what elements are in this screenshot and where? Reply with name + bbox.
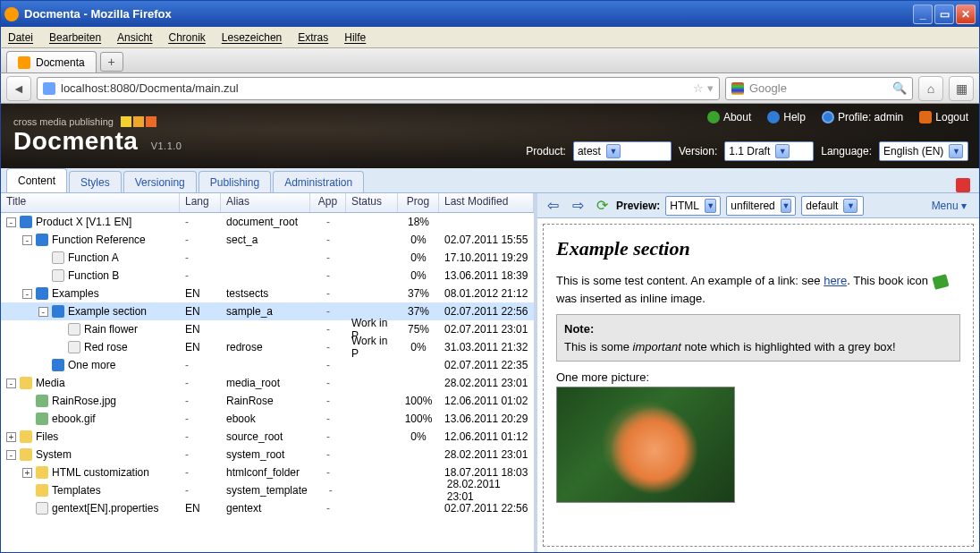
preview-format-select[interactable]: HTML▼ xyxy=(665,196,721,216)
tab-publishing[interactable]: Publishing xyxy=(199,171,271,192)
tree-row[interactable]: -Example sectionENsample_a-37%02.07.2011… xyxy=(1,302,534,320)
home-button[interactable]: ⌂ xyxy=(918,76,943,101)
menu-history[interactable]: Chronik xyxy=(168,31,205,44)
browser-tab[interactable]: Docmenta xyxy=(6,51,97,72)
url-favicon xyxy=(43,82,55,95)
tree-row[interactable]: ebook.gif-ebook-100%13.06.2011 20:29 xyxy=(1,410,534,428)
menu-bookmarks[interactable]: Lesezeichen xyxy=(222,31,282,44)
col-prog[interactable]: Prog xyxy=(398,193,439,212)
app-tabbar: Content Styles Versioning Publishing Adm… xyxy=(1,168,979,193)
tree-row[interactable]: Red roseENredrose-Work in P0%31.03.2011 … xyxy=(1,338,534,356)
tree-header: Title Lang Alias App Status Prog Last Mo… xyxy=(1,193,534,213)
tree-row[interactable]: RainRose.jpg-RainRose-100%12.06.2011 01:… xyxy=(1,392,534,410)
preview-paragraph: This is some test content. An example of… xyxy=(556,272,960,307)
language-select[interactable]: English (EN)▼ xyxy=(879,141,968,161)
note-box: Note: This is some important note which … xyxy=(556,314,960,362)
folder-icon xyxy=(20,377,32,389)
tree-row[interactable]: -Function Reference-sect_a-0%02.07.2011 … xyxy=(1,231,534,249)
language-label: Language: xyxy=(821,145,872,157)
tree-toggle[interactable]: - xyxy=(6,379,16,388)
menu-edit[interactable]: Bearbeiten xyxy=(49,31,101,44)
product-select[interactable]: atest▼ xyxy=(573,141,672,161)
sect-icon xyxy=(52,359,64,371)
menu-file[interactable]: Datei xyxy=(8,31,33,44)
img-icon xyxy=(36,395,48,407)
tree-row[interactable]: Function A--0%17.10.2011 19:29 xyxy=(1,249,534,267)
tab-administration[interactable]: Administration xyxy=(273,171,364,192)
version-select[interactable]: 1.1 Draft▼ xyxy=(724,141,814,161)
tree-row[interactable]: +Files-source_root-0%12.06.2011 01:12 xyxy=(1,428,534,446)
row-title: One more xyxy=(68,359,115,371)
folder-icon xyxy=(20,430,32,443)
search-icon[interactable]: 🔍 xyxy=(892,81,907,95)
tree-row[interactable]: One more--02.07.2011 22:35 xyxy=(1,356,534,374)
tree-row[interactable]: Function B--0%13.06.2011 18:39 xyxy=(1,267,534,285)
preview-back-button[interactable]: ⇦ xyxy=(543,196,562,216)
preview-toolbar: ⇦ ⇨ ⟳ Preview: HTML▼ unfiltered▼ default… xyxy=(537,193,979,218)
folder-icon xyxy=(20,448,32,461)
col-title[interactable]: Title xyxy=(1,193,180,212)
col-lang[interactable]: Lang xyxy=(180,193,221,212)
bookmarks-button[interactable]: ▦ xyxy=(949,76,974,101)
browser-menu-bar: Datei Bearbeiten Ansicht Chronik Lesezei… xyxy=(0,27,980,48)
tree-toggle[interactable]: + xyxy=(6,432,16,442)
row-title: Function A xyxy=(68,251,119,264)
folder-icon xyxy=(36,466,48,479)
tree-toggle[interactable]: - xyxy=(6,217,16,227)
about-link[interactable]: About xyxy=(707,111,751,123)
tree-row[interactable]: Templates-system_template-28.02.2011 23:… xyxy=(1,481,534,499)
menu-extras[interactable]: Extras xyxy=(298,31,328,44)
brand-tagline: cross media publishing xyxy=(13,116,114,127)
sect-icon xyxy=(52,305,64,318)
refresh-button[interactable]: ⟳ xyxy=(593,197,611,215)
col-mod[interactable]: Last Modified xyxy=(439,193,534,212)
tree-toggle[interactable]: - xyxy=(38,307,48,317)
tree-row[interactable]: -ExamplesENtestsects-37%08.01.2012 21:12 xyxy=(1,285,534,302)
tab-styles[interactable]: Styles xyxy=(69,171,122,192)
close-button[interactable]: ✕ xyxy=(956,4,976,24)
minimize-button[interactable]: _ xyxy=(913,4,933,24)
help-link[interactable]: Help xyxy=(767,111,806,123)
tree-toggle[interactable]: + xyxy=(22,468,32,478)
col-alias[interactable]: Alias xyxy=(221,193,310,212)
tab-content[interactable]: Content xyxy=(6,168,67,192)
row-title: Examples xyxy=(52,287,99,300)
preview-pane: ⇦ ⇨ ⟳ Preview: HTML▼ unfiltered▼ default… xyxy=(537,193,979,552)
preview-link-here[interactable]: here xyxy=(824,274,847,287)
tree-toggle[interactable]: - xyxy=(22,235,32,245)
preview-forward-button[interactable]: ⇨ xyxy=(568,196,587,216)
pdf-icon[interactable] xyxy=(956,178,970,192)
search-bar[interactable]: Google 🔍 xyxy=(725,77,913,100)
menu-help[interactable]: Hilfe xyxy=(344,31,366,44)
maximize-button[interactable]: ▭ xyxy=(934,4,954,24)
preview-style-select[interactable]: default▼ xyxy=(801,196,864,216)
window-title: Docmenta - Mozilla Firefox xyxy=(24,7,911,21)
user-icon xyxy=(822,111,834,123)
preview-menu[interactable]: Menu ▾ xyxy=(925,200,974,212)
new-tab-button[interactable]: + xyxy=(100,52,123,72)
sect-icon xyxy=(36,287,48,300)
tree-row[interactable]: -Product X [V1.1 EN]-document_root-18% xyxy=(1,213,534,231)
col-app[interactable]: App xyxy=(310,193,346,212)
tree-row[interactable]: gentext[EN].propertiesENgentext-02.07.20… xyxy=(1,499,534,517)
tree-toggle[interactable]: - xyxy=(6,450,16,460)
bookmark-star-icon[interactable]: ☆ ▾ xyxy=(693,81,714,95)
address-bar[interactable]: localhost:8080/Docmenta/main.zul ☆ ▾ xyxy=(37,77,720,100)
tree-toggle[interactable]: - xyxy=(22,289,32,299)
img-icon xyxy=(36,413,48,425)
logout-link[interactable]: Logout xyxy=(919,111,968,123)
info-icon xyxy=(707,111,720,123)
row-title: HTML customization xyxy=(52,466,149,479)
back-button[interactable]: ◄ xyxy=(6,76,31,101)
tree-row[interactable]: Rain flowerEN-Work in P75%02.07.2011 23:… xyxy=(1,320,534,338)
preview-filter-select[interactable]: unfiltered▼ xyxy=(726,196,796,216)
menu-view[interactable]: Ansicht xyxy=(117,31,152,44)
tree-body[interactable]: -Product X [V1.1 EN]-document_root-18%-F… xyxy=(1,213,534,552)
tree-row[interactable]: -Media-media_root-28.02.2011 23:01 xyxy=(1,374,534,392)
book-icon xyxy=(20,216,32,228)
preview-content: Example section This is some test conten… xyxy=(543,224,974,547)
tab-versioning[interactable]: Versioning xyxy=(123,171,197,192)
profile-link[interactable]: Profile: admin xyxy=(822,111,903,123)
col-status[interactable]: Status xyxy=(346,193,398,212)
tree-row[interactable]: -System-system_root-28.02.2011 23:01 xyxy=(1,446,534,464)
